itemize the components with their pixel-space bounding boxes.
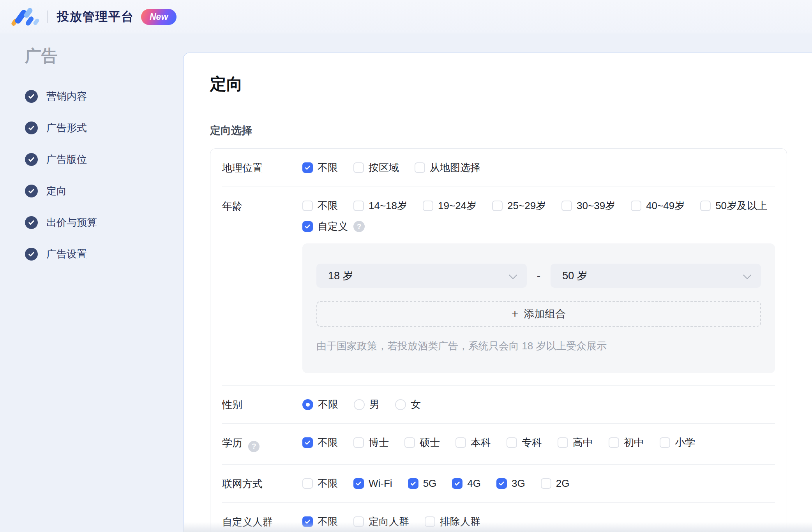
- row-label-age: 年龄: [222, 199, 302, 213]
- option-label: 19~24岁: [438, 199, 477, 213]
- checkbox-option[interactable]: 40~49岁: [631, 199, 685, 213]
- sidebar-item-4[interactable]: 定向: [25, 184, 183, 198]
- checkbox-option[interactable]: 19~24岁: [423, 199, 477, 213]
- option-label: 不限: [318, 199, 338, 213]
- checkbox-option[interactable]: 博士: [353, 436, 389, 449]
- checkbox-icon: [558, 437, 568, 448]
- checkbox-option[interactable]: 排除人群: [425, 515, 480, 528]
- option-label: 不限: [318, 436, 338, 449]
- sidebar-item-label: 出价与预算: [46, 216, 97, 229]
- option-label: 自定义: [318, 220, 348, 233]
- step-complete-check-icon: [25, 122, 38, 134]
- checkbox-option[interactable]: 硕士: [404, 436, 440, 449]
- option-label: 高中: [573, 436, 593, 449]
- checkbox-icon: [302, 478, 313, 489]
- checkbox-option[interactable]: 5G: [408, 477, 437, 490]
- plus-icon: +: [512, 308, 519, 320]
- page-title: 定向: [210, 73, 787, 95]
- checkbox-option[interactable]: 不限: [302, 477, 338, 490]
- checkbox-icon: [353, 516, 364, 527]
- checkbox-option[interactable]: 小学: [660, 436, 695, 449]
- form-row-custom-audience: 自定义人群 ? 不限定向人群排除人群: [222, 503, 775, 532]
- chevron-down-icon: [743, 271, 751, 279]
- option-label: 2G: [556, 477, 570, 490]
- checkbox-option[interactable]: 4G: [452, 477, 481, 490]
- age-custom-panel: 18 岁 - 50 岁 + 添加组合 由于国家政策，若投放酒类广告，系统只会: [302, 243, 775, 373]
- checkbox-icon: [496, 478, 507, 489]
- checkbox-option[interactable]: 14~18岁: [353, 199, 407, 213]
- sidebar-item-label: 营销内容: [46, 90, 87, 103]
- checkbox-icon: [353, 201, 364, 211]
- age-policy-note: 由于国家政策，若投放酒类广告，系统只会向 18 岁以上受众展示: [316, 339, 761, 353]
- age-max-value: 50 岁: [562, 269, 588, 283]
- checkbox-icon: [561, 201, 572, 211]
- step-complete-check-icon: [25, 153, 38, 166]
- section-label: 定向选择: [210, 123, 787, 137]
- checkbox-option[interactable]: 自定义?: [302, 220, 365, 233]
- checkbox-option[interactable]: 3G: [496, 477, 525, 490]
- checkbox-option[interactable]: 30~39岁: [561, 199, 615, 213]
- checkbox-option[interactable]: 专科: [507, 436, 542, 449]
- age-max-select[interactable]: 50 岁: [551, 264, 761, 288]
- checkbox-option[interactable]: 按区域: [353, 161, 399, 174]
- row-label-education: 学历 ?: [222, 436, 302, 452]
- option-label: 排除人群: [440, 515, 480, 528]
- option-label: 30~39岁: [577, 199, 615, 213]
- radio-option[interactable]: 不限: [302, 398, 338, 411]
- ad-platform-page: { "colors": { "accent": "#3D6EF7", "badg…: [0, 0, 812, 532]
- checkbox-option[interactable]: 2G: [541, 477, 570, 490]
- sidebar-item-3[interactable]: 广告版位: [25, 153, 183, 166]
- checkbox-icon: [415, 162, 425, 173]
- radio-icon: [354, 399, 365, 410]
- row-label-gender: 性别: [222, 398, 302, 411]
- checkbox-option[interactable]: 初中: [609, 436, 644, 449]
- sidebar-item-2[interactable]: 广告形式: [25, 121, 183, 135]
- option-label: 不限: [318, 515, 338, 528]
- help-icon[interactable]: ?: [353, 221, 365, 232]
- chevron-down-icon: [509, 271, 517, 279]
- age-range-separator: -: [537, 270, 540, 282]
- option-label: 博士: [369, 436, 389, 449]
- steps-sidebar: 广告 营销内容广告形式广告版位定向出价与预算广告设置: [0, 33, 183, 532]
- checkbox-option[interactable]: Wi-Fi: [353, 477, 392, 490]
- checkbox-icon: [492, 201, 503, 211]
- checkbox-option[interactable]: 定向人群: [353, 515, 409, 528]
- sidebar-title: 广告: [25, 45, 183, 67]
- add-combination-label: 添加组合: [524, 307, 566, 321]
- checkbox-option[interactable]: 本科: [455, 436, 491, 449]
- checkbox-icon: [660, 437, 670, 448]
- education-help-icon[interactable]: ?: [248, 441, 259, 452]
- sidebar-item-1[interactable]: 营销内容: [25, 90, 183, 103]
- top-header: 投放管理平台 New: [0, 0, 812, 33]
- app-title: 投放管理平台: [57, 9, 134, 25]
- brand-divider: [47, 11, 48, 23]
- add-combination-button[interactable]: + 添加组合: [316, 301, 761, 327]
- sidebar-item-6[interactable]: 广告设置: [25, 247, 183, 261]
- checkbox-option[interactable]: 从地图选择: [415, 161, 480, 174]
- checkbox-option[interactable]: 不限: [302, 515, 338, 528]
- option-label: 本科: [471, 436, 491, 449]
- checkbox-icon: [353, 478, 364, 489]
- row-label-education-text: 学历: [222, 437, 242, 449]
- sidebar-item-label: 定向: [46, 184, 67, 198]
- row-label-custom-audience-text: 自定义人群: [222, 515, 302, 528]
- checkbox-option[interactable]: 25~29岁: [492, 199, 546, 213]
- checkbox-option[interactable]: 不限: [302, 161, 338, 174]
- checkbox-icon: [425, 516, 435, 527]
- checkbox-icon: [302, 201, 313, 211]
- option-label: 硕士: [420, 436, 440, 449]
- option-label: 4G: [467, 477, 481, 490]
- age-min-select[interactable]: 18 岁: [316, 264, 527, 288]
- radio-icon: [302, 399, 313, 410]
- checkbox-option[interactable]: 不限: [302, 199, 338, 213]
- checkbox-option[interactable]: 不限: [302, 436, 338, 449]
- radio-option[interactable]: 女: [395, 398, 421, 411]
- sidebar-item-label: 广告形式: [46, 121, 87, 135]
- radio-option[interactable]: 男: [354, 398, 380, 411]
- radio-icon: [395, 399, 406, 410]
- checkbox-option[interactable]: 50岁及以上: [700, 199, 767, 213]
- checkbox-option[interactable]: 高中: [558, 436, 593, 449]
- sidebar-item-5[interactable]: 出价与预算: [25, 216, 183, 229]
- targeting-form: 地理位置 不限按区域从地图选择 年龄 不限14~18岁19~24岁25~29岁3…: [210, 148, 787, 532]
- checkbox-icon: [408, 478, 418, 489]
